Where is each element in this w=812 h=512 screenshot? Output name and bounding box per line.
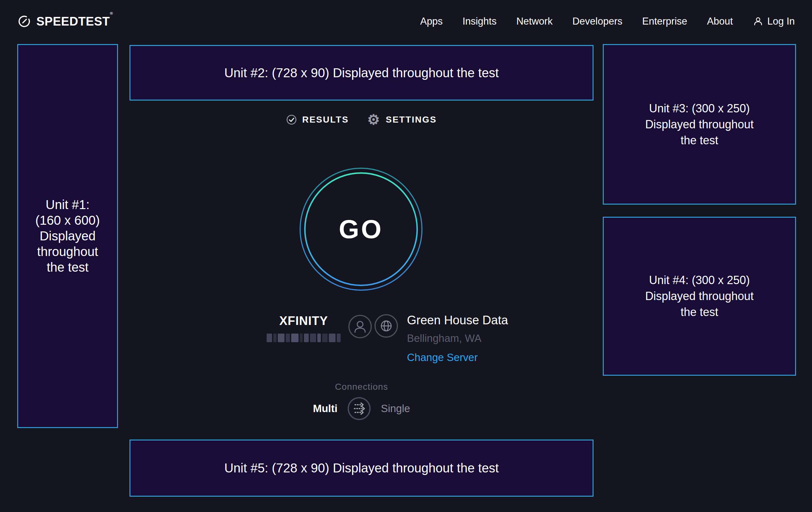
top-nav-bar: SPEEDTEST® Apps Insights Network Develop… <box>0 0 812 43</box>
trademark-symbol: ® <box>110 11 113 16</box>
nav-item-about[interactable]: About <box>707 16 733 27</box>
ad-unit-2-leaderboard[interactable]: Unit #2: (728 x 90) Displayed throughout… <box>129 45 593 101</box>
tab-settings-label: SETTINGS <box>386 115 437 125</box>
isp-avatar-icon <box>348 314 373 342</box>
gear-icon: ⚙ <box>368 114 381 125</box>
main-nav: Apps Insights Network Developers Enterpr… <box>420 16 795 27</box>
user-icon <box>753 16 763 27</box>
globe-icon <box>374 314 399 363</box>
login-label: Log In <box>767 16 795 27</box>
multi-connection-icon[interactable] <box>347 397 371 421</box>
view-tabs: RESULTS ⚙ SETTINGS <box>129 114 593 125</box>
isp-name: XFINITY <box>280 314 328 328</box>
go-button[interactable]: GO <box>298 166 424 292</box>
nav-item-enterprise[interactable]: Enterprise <box>642 16 687 27</box>
server-info: Green House Data Bellingham, WA Change S… <box>374 314 508 363</box>
connections-toggle: Multi Single <box>129 397 593 421</box>
ad-unit-3-rectangle[interactable]: Unit #3: (300 x 250) Displayed throughou… <box>603 44 796 205</box>
ad-unit-1-skyscraper[interactable]: Unit #1: (160 x 600) Displayed throughou… <box>17 44 118 428</box>
speedtest-gauge-icon <box>17 15 31 28</box>
nav-item-developers[interactable]: Developers <box>573 16 622 27</box>
change-server-link[interactable]: Change Server <box>407 351 478 363</box>
isp-info: XFINITY <box>267 314 373 342</box>
nav-item-network[interactable]: Network <box>516 16 553 27</box>
logo-wordmark: SPEEDTEST® <box>36 15 113 28</box>
speedtest-logo[interactable]: SPEEDTEST® <box>17 15 113 28</box>
login-button[interactable]: Log In <box>753 16 795 27</box>
nav-item-apps[interactable]: Apps <box>420 16 443 27</box>
nav-item-insights[interactable]: Insights <box>462 16 497 27</box>
check-circle-icon <box>286 114 297 125</box>
connections-single-option[interactable]: Single <box>381 403 410 415</box>
ad-unit-4-rectangle[interactable]: Unit #4: (300 x 250) Displayed throughou… <box>603 217 796 376</box>
isp-ip-redacted <box>267 333 341 342</box>
connections-multi-option[interactable]: Multi <box>313 403 338 415</box>
connections-label: Connections <box>129 382 593 392</box>
go-button-label: GO <box>298 166 424 292</box>
server-location: Bellingham, WA <box>407 332 482 344</box>
speedtest-page: SPEEDTEST® Apps Insights Network Develop… <box>0 0 812 512</box>
tab-results[interactable]: RESULTS <box>286 114 349 125</box>
tab-results-label: RESULTS <box>302 115 349 125</box>
ad-unit-5-leaderboard[interactable]: Unit #5: (728 x 90) Displayed throughout… <box>129 439 593 497</box>
tab-settings[interactable]: ⚙ SETTINGS <box>368 114 437 125</box>
server-name: Green House Data <box>407 314 508 327</box>
